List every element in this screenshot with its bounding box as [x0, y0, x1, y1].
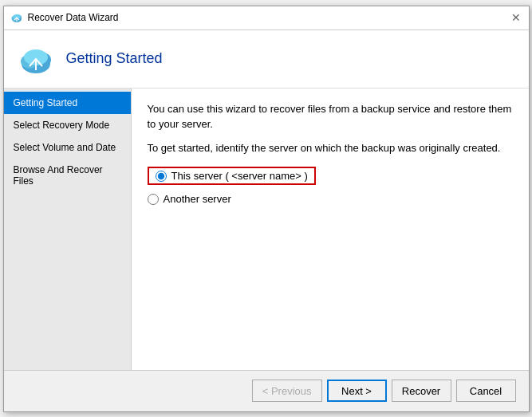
radio-another-server[interactable] — [148, 194, 159, 205]
server-selection-group: This server ( <server name> ) Another se… — [148, 167, 513, 205]
description-line1: You can use this wizard to recover files… — [148, 101, 513, 132]
wizard-window: Recover Data Wizard ✕ Getting Started Ge… — [3, 6, 530, 412]
app-icon — [10, 11, 23, 24]
window-title: Recover Data Wizard — [28, 12, 119, 23]
sidebar: Getting Started Select Recovery Mode Sel… — [4, 89, 132, 370]
previous-button[interactable]: < Previous — [252, 380, 322, 402]
radio-this-server[interactable] — [156, 171, 167, 182]
radio-another-server-option[interactable]: Another server — [148, 193, 513, 205]
main-content: You can use this wizard to recover files… — [132, 89, 529, 370]
sidebar-item-browse-recover[interactable]: Browse And Recover Files — [4, 159, 131, 192]
close-button[interactable]: ✕ — [510, 11, 522, 24]
title-bar-left: Recover Data Wizard — [10, 11, 119, 24]
sidebar-item-select-recovery-mode[interactable]: Select Recovery Mode — [4, 114, 131, 136]
title-bar: Recover Data Wizard ✕ — [4, 6, 529, 30]
sidebar-item-select-volume-date[interactable]: Select Volume and Date — [4, 136, 131, 159]
content-area: Getting Started Select Recovery Mode Sel… — [4, 89, 529, 370]
another-server-label[interactable]: Another server — [164, 193, 231, 205]
recover-button[interactable]: Recover — [392, 380, 451, 402]
radio-this-server-option[interactable]: This server ( <server name> ) — [148, 167, 513, 185]
cancel-button[interactable]: Cancel — [456, 380, 516, 402]
wizard-header: Getting Started — [4, 30, 529, 89]
footer: < Previous Next > Recover Cancel — [4, 370, 529, 411]
wizard-title: Getting Started — [66, 50, 163, 67]
next-button[interactable]: Next > — [327, 380, 387, 402]
sidebar-item-getting-started[interactable]: Getting Started — [4, 92, 131, 114]
description-line2: To get started, identify the server on w… — [148, 140, 513, 156]
wizard-header-icon — [17, 40, 55, 78]
this-server-label[interactable]: This server ( <server name> ) — [171, 170, 308, 182]
this-server-box: This server ( <server name> ) — [148, 167, 316, 185]
